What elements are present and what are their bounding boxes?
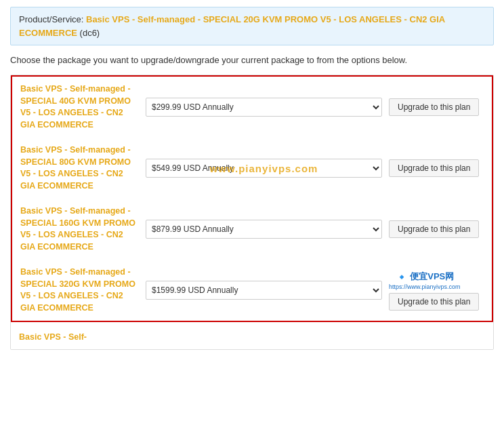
product-dc: (dc6) <box>80 28 100 38</box>
upgrade-btn-wrap-4: 🔹 便宜VPS网 https://www.pianyivps.com Upgra… <box>389 270 484 311</box>
package-select-1[interactable]: $299.99 USD Annually $29.99 USD Monthly <box>146 98 382 117</box>
vps-logo: 🔹 便宜VPS网 https://www.pianyivps.com <box>389 270 461 290</box>
package-name-5: Basic VPS - Self- <box>19 332 138 344</box>
vps-logo-text: 便宜VPS网 <box>410 271 454 283</box>
intro-text: Choose the package you want to upgrade/d… <box>10 55 494 65</box>
package-name-2: Basic VPS - Self-managed - SPECIAL 80G K… <box>20 144 139 192</box>
upgrade-button-1[interactable]: Upgrade to this plan <box>389 98 479 116</box>
package-row-4: Basic VPS - Self-managed - SPECIAL 320G … <box>11 260 493 322</box>
package-row-3: Basic VPS - Self-managed - SPECIAL 160G … <box>11 199 493 260</box>
packages-container: Basic VPS - Self-managed - SPECIAL 40G K… <box>10 75 494 350</box>
package-row-1: Basic VPS - Self-managed - SPECIAL 40G K… <box>11 75 493 138</box>
upgrade-btn-wrap-2: Upgrade to this plan <box>389 159 484 177</box>
upgrade-button-4[interactable]: Upgrade to this plan <box>389 293 479 311</box>
upgrade-btn-wrap-1: Upgrade to this plan <box>389 98 484 116</box>
v-icon: 🔹 <box>395 271 408 283</box>
vps-logo-sub: https://www.pianyivps.com <box>389 283 461 290</box>
upgrade-button-3[interactable]: Upgrade to this plan <box>389 220 479 238</box>
upgrade-btn-wrap-3: Upgrade to this plan <box>389 220 484 238</box>
product-label: Product/Service: <box>19 14 83 24</box>
package-name-3: Basic VPS - Self-managed - SPECIAL 160G … <box>20 205 139 253</box>
upgrade-button-2[interactable]: Upgrade to this plan <box>389 159 479 177</box>
product-banner: Product/Service: Basic VPS - Self-manage… <box>10 7 494 45</box>
package-name-4: Basic VPS - Self-managed - SPECIAL 320G … <box>20 266 139 314</box>
package-select-4[interactable]: $1599.99 USD Annually $159.99 USD Monthl… <box>146 281 382 300</box>
package-select-2[interactable]: $549.99 USD Annually $54.99 USD Monthly <box>146 159 382 178</box>
package-row-5: Basic VPS - Self- <box>11 322 493 349</box>
package-row-2: Basic VPS - Self-managed - SPECIAL 80G K… <box>11 138 493 199</box>
package-select-3[interactable]: $879.99 USD Annually $87.99 USD Monthly <box>146 220 382 239</box>
package-name-1: Basic VPS - Self-managed - SPECIAL 40G K… <box>20 83 139 131</box>
